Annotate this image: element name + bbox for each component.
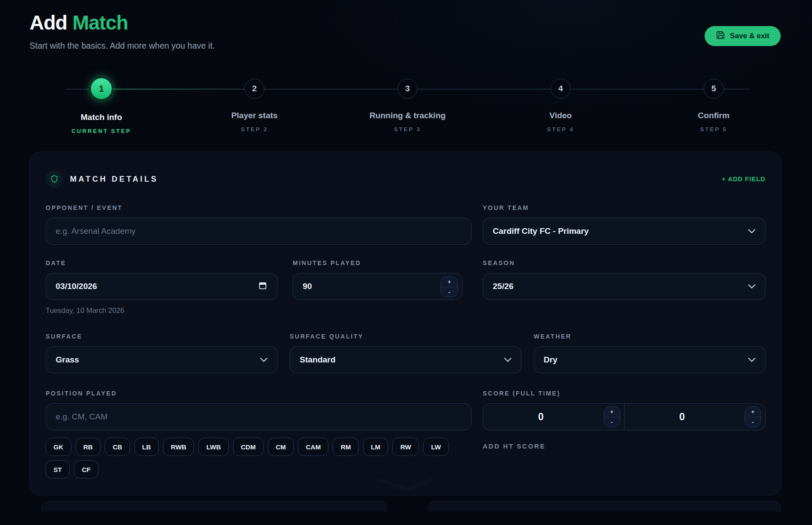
position-chip-cm[interactable]: CM xyxy=(268,438,294,456)
step-circle-5: 5 xyxy=(704,79,724,99)
step-title: Confirm xyxy=(698,111,730,120)
season-label: SEASON xyxy=(483,259,765,266)
score-field-group: SCORE (FULL TIME) 0 + - 0 + - AD xyxy=(483,390,765,478)
position-chip-lwb[interactable]: LWB xyxy=(198,438,228,456)
away-score[interactable]: 0 + - xyxy=(624,404,765,430)
calendar-icon[interactable] xyxy=(258,281,267,292)
card-collapse-chevron-icon xyxy=(378,478,434,494)
minutes-decrement-button[interactable]: - xyxy=(441,287,458,297)
season-field-group: SEASON 25/26 xyxy=(483,259,765,315)
position-chip-lw[interactable]: LW xyxy=(423,438,449,456)
match-details-card: MATCH DETAILS + ADD FIELD OPPONENT / EVE… xyxy=(30,152,782,495)
card-title: MATCH DETAILS xyxy=(70,175,158,184)
opponent-label: OPPONENT / EVENT xyxy=(46,204,471,211)
step-title: Running & tracking xyxy=(369,111,445,120)
minutes-increment-button[interactable]: + xyxy=(441,277,458,287)
step-number: 1 xyxy=(99,84,104,94)
position-chip-cam[interactable]: CAM xyxy=(298,438,328,456)
your-team-label: YOUR TEAM xyxy=(483,204,765,211)
next-section-previews xyxy=(41,501,812,512)
position-chip-gk[interactable]: GK xyxy=(46,438,71,456)
add-ht-score-button[interactable]: ADD HT SCORE xyxy=(483,442,545,450)
position-label: POSITION PLAYED xyxy=(46,390,471,397)
step-title: Player stats xyxy=(231,111,278,120)
step-number: 3 xyxy=(405,84,410,93)
next-section-card-left xyxy=(41,501,387,512)
page-subtitle: Start with the basics. Add more when you… xyxy=(30,41,781,51)
away-score-increment-button[interactable]: + xyxy=(745,407,761,417)
weather-value: Dry xyxy=(544,355,558,365)
weather-select[interactable]: Dry xyxy=(534,346,765,373)
next-section-card-right xyxy=(428,501,781,512)
surface-label: SURFACE xyxy=(46,333,277,340)
save-button-label: Save & exit xyxy=(730,32,769,40)
step-number: 5 xyxy=(712,84,716,93)
season-select[interactable]: 25/26 xyxy=(483,273,765,300)
surface-quality-field-group: SURFACE QUALITY Standard xyxy=(290,333,521,373)
position-chip-cf[interactable]: CF xyxy=(74,460,98,478)
add-field-button[interactable]: + ADD FIELD xyxy=(722,176,765,183)
step-title: Match info xyxy=(81,113,122,122)
surface-select[interactable]: Grass xyxy=(46,346,277,373)
step-number: 2 xyxy=(252,84,257,93)
home-score-increment-button[interactable]: + xyxy=(604,407,620,417)
your-team-value: Cardiff City FC - Primary xyxy=(493,226,589,236)
away-score-stepper: + - xyxy=(745,406,761,427)
step-item-match-info[interactable]: 1 Match info CURRENT STEP xyxy=(25,77,178,134)
chevron-down-icon xyxy=(748,355,755,365)
step-item-confirm[interactable]: 5 Confirm STEP 5 xyxy=(637,77,790,134)
date-input[interactable]: 03/10/2026 xyxy=(46,273,277,300)
chevron-down-icon xyxy=(748,282,755,291)
chevron-down-icon xyxy=(748,226,755,236)
save-exit-button[interactable]: Save & exit xyxy=(705,26,781,46)
position-chip-st[interactable]: ST xyxy=(46,460,70,478)
position-chip-rwb[interactable]: RWB xyxy=(163,438,194,456)
position-chip-rw[interactable]: RW xyxy=(392,438,419,456)
page-header: AddMatch Start with the basics. Add more… xyxy=(30,0,781,51)
position-input[interactable] xyxy=(46,403,471,430)
position-chip-lb[interactable]: LB xyxy=(134,438,159,456)
opponent-field-group: OPPONENT / EVENT xyxy=(46,204,471,245)
date-field-group: DATE 03/10/2026 Tuesday, 10 March 2026 xyxy=(46,259,277,315)
page-title: AddMatch xyxy=(30,12,781,33)
minutes-field-group: MINUTES PLAYED 90 + - xyxy=(293,259,462,315)
your-team-field-group: YOUR TEAM Cardiff City FC - Primary xyxy=(483,204,765,245)
step-item-player-stats[interactable]: 2 Player stats STEP 2 xyxy=(178,77,331,134)
home-score[interactable]: 0 + - xyxy=(483,404,624,430)
surface-quality-value: Standard xyxy=(300,355,335,365)
position-chip-rm[interactable]: RM xyxy=(333,438,358,456)
position-chip-lm[interactable]: LM xyxy=(363,438,388,456)
position-chip-cb[interactable]: CB xyxy=(105,438,130,456)
minutes-input[interactable]: 90 + - xyxy=(293,273,462,300)
home-score-stepper: + - xyxy=(604,406,620,427)
step-item-running-tracking[interactable]: 3 Running & tracking STEP 3 xyxy=(331,77,484,134)
step-item-video[interactable]: 4 Video STEP 4 xyxy=(484,77,637,134)
save-icon xyxy=(716,30,725,42)
minutes-stepper: + - xyxy=(441,276,458,297)
step-sub: STEP 2 xyxy=(241,126,268,133)
season-value: 25/26 xyxy=(493,282,514,291)
score-input: 0 + - 0 + - xyxy=(483,403,765,430)
step-number: 4 xyxy=(558,84,563,93)
opponent-input[interactable] xyxy=(46,218,471,245)
position-chip-rb[interactable]: RB xyxy=(76,438,101,456)
position-chip-cdm[interactable]: CDM xyxy=(233,438,264,456)
position-chips: GK RB CB LB RWB LWB CDM CM CAM RM LM RW … xyxy=(46,438,459,478)
away-score-value: 0 xyxy=(625,411,740,423)
weather-label: WEATHER xyxy=(534,333,765,340)
date-value: 03/10/2026 xyxy=(56,282,97,291)
step-circle-3: 3 xyxy=(398,79,418,99)
surface-field-group: SURFACE Grass xyxy=(46,333,277,373)
surface-quality-select[interactable]: Standard xyxy=(290,346,521,373)
home-score-decrement-button[interactable]: - xyxy=(604,417,620,427)
score-label: SCORE (FULL TIME) xyxy=(483,390,765,397)
title-prefix: Add xyxy=(30,11,67,34)
away-score-decrement-button[interactable]: - xyxy=(745,417,761,427)
home-score-value: 0 xyxy=(483,411,599,423)
title-accent: Match xyxy=(72,11,128,34)
weather-field-group: WEATHER Dry xyxy=(534,333,765,373)
minutes-label: MINUTES PLAYED xyxy=(293,259,462,266)
step-indicator: 1 Match info CURRENT STEP 2 Player stats… xyxy=(25,77,812,134)
position-field-group: POSITION PLAYED GK RB CB LB RWB LWB CDM … xyxy=(46,390,471,478)
your-team-select[interactable]: Cardiff City FC - Primary xyxy=(483,218,765,245)
